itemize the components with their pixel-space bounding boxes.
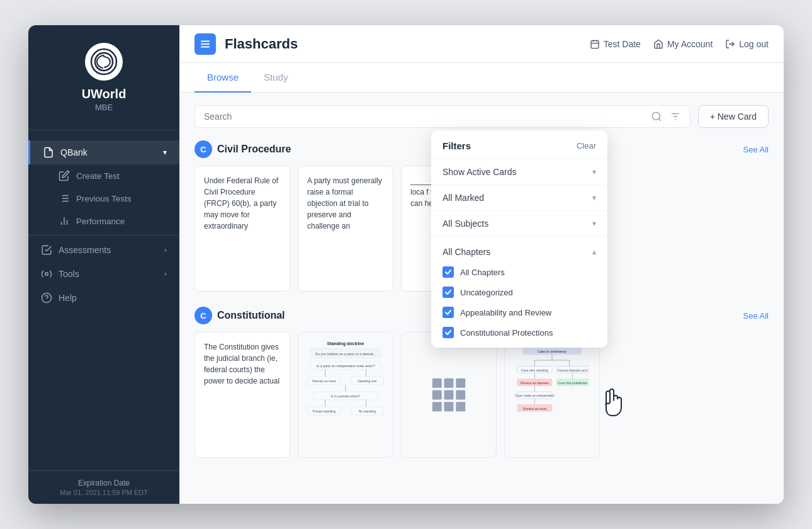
- svg-text:Dismiss as moot: Dismiss as moot: [312, 379, 336, 383]
- svg-text:Case who standing: Case who standing: [521, 368, 548, 372]
- create-test-label: Create Test: [76, 171, 120, 181]
- svg-text:Court has jurisdiction: Court has jurisdiction: [558, 380, 588, 384]
- chapter-all-label: All Chapters: [460, 268, 505, 277]
- sidebar-item-qbank[interactable]: QBank ▾: [28, 140, 179, 164]
- chapter-option-constitutional-prot[interactable]: Constitutional Protections: [431, 322, 607, 343]
- sidebar-item-tools[interactable]: Tools ›: [28, 262, 179, 286]
- svg-text:Case made as independent: Case made as independent: [515, 394, 555, 397]
- filter-all-chapters: All Chapters ▴ All Chapters: [431, 236, 607, 348]
- chapter-checkbox-appealability: [443, 307, 454, 318]
- show-active-chevron: ▾: [592, 168, 596, 176]
- file-icon: [43, 147, 54, 158]
- search-input[interactable]: [204, 111, 646, 122]
- section-civil-title: Civil Procedure: [217, 144, 465, 155]
- chapter-appealability-label: Appealability and Review: [460, 308, 551, 317]
- flashcard-cp1[interactable]: Under Federal Rule of Civil Procedure (F…: [195, 166, 290, 292]
- con-see-all[interactable]: See All: [743, 311, 769, 321]
- sidebar-logo: UWorld MBE: [28, 25, 179, 125]
- list-icon: [59, 193, 70, 204]
- sidebar-item-assessments[interactable]: Assessments ›: [28, 238, 179, 262]
- flashcard-con1-text: The Constitution gives the judicial bran…: [204, 341, 281, 387]
- flashcard-con2-diagram[interactable]: Standing doctrine Do you believe as a pa…: [298, 332, 393, 458]
- filter-all-subjects[interactable]: All Subjects ▾: [431, 210, 607, 236]
- svg-text:Standing met: Standing met: [358, 379, 377, 383]
- help-label: Help: [59, 293, 77, 303]
- flashcard-con3-grid[interactable]: [401, 332, 497, 458]
- svg-text:Is a party an independent stat: Is a party an independent state actor?: [316, 364, 375, 368]
- chapter-uncategorized-label: Uncategorized: [460, 288, 513, 297]
- log-out-label: Log out: [739, 39, 769, 49]
- my-account-link[interactable]: My Account: [653, 39, 713, 49]
- tab-browse[interactable]: Browse: [195, 63, 251, 93]
- filter-all-marked[interactable]: All Marked ▾: [431, 185, 607, 210]
- svg-point-10: [45, 273, 48, 276]
- tab-study[interactable]: Study: [251, 63, 300, 93]
- log-out-icon: [725, 39, 735, 49]
- sidebar-item-qbank-label: QBank: [60, 147, 87, 157]
- qbank-expand-icon: ▾: [163, 148, 167, 157]
- svg-text:Dismiss as ripeness: Dismiss as ripeness: [521, 380, 550, 384]
- svg-rect-60: [456, 378, 465, 388]
- chapter-checkbox-uncategorized: [443, 287, 454, 298]
- svg-text:Standing doctrine: Standing doctrine: [327, 341, 364, 346]
- test-date-link[interactable]: Test Date: [590, 39, 641, 49]
- svg-text:Case or controversy: Case or controversy: [538, 349, 567, 353]
- main-content: Flashcards Test Date My Account: [179, 25, 784, 504]
- new-card-button[interactable]: + New Card: [698, 105, 769, 128]
- my-account-label: My Account: [667, 39, 713, 49]
- check-square-icon: [41, 244, 52, 256]
- filter-show-active[interactable]: Show Active Cards ▾: [431, 159, 607, 185]
- filter-icon[interactable]: [670, 111, 681, 122]
- all-marked-label: All Marked: [443, 193, 484, 203]
- con-diagram-lines: Standing doctrine Do you believe as a pa…: [305, 337, 386, 453]
- svg-rect-58: [432, 378, 442, 388]
- sidebar-footer: Expiration Date Mar 01, 2021 11:59 PM ED…: [28, 470, 179, 504]
- chapter-option-appealability[interactable]: Appealability and Review: [431, 302, 607, 322]
- all-subjects-label: All Subjects: [443, 219, 488, 229]
- sidebar-nav: QBank ▾ Create Test Previous Tests: [28, 135, 179, 470]
- all-chapters-label: All Chapters: [443, 247, 490, 257]
- sidebar-item-help[interactable]: Help: [28, 286, 179, 310]
- tools-expand-icon: ›: [164, 270, 167, 278]
- brand-name: UWorld: [82, 87, 127, 101]
- new-card-label: + New Card: [710, 111, 757, 122]
- filter-title: Filters: [443, 140, 471, 151]
- sidebar-item-previous-tests[interactable]: Previous Tests: [28, 187, 179, 210]
- search-icon: [651, 111, 662, 122]
- logo-circle: [85, 43, 123, 81]
- log-out-link[interactable]: Log out: [725, 39, 769, 49]
- civil-see-all[interactable]: See All: [743, 145, 769, 154]
- svg-rect-64: [432, 402, 442, 411]
- constitutional-cards-row: The Constitution gives the judicial bran…: [195, 332, 769, 458]
- filter-panel: Filters Clear Show Active Cards ▾ All Ma…: [431, 130, 607, 348]
- chapter-option-uncategorized[interactable]: Uncategorized: [431, 282, 607, 302]
- section-con-title: Constitutional: [217, 310, 465, 321]
- hamburger-icon: [200, 38, 211, 50]
- menu-button[interactable]: [195, 33, 216, 55]
- chapter-checkbox-constitutional-prot: [443, 327, 454, 338]
- flashcard-con4-flow[interactable]: Justiciability and jurisdiction of feder…: [504, 332, 600, 458]
- svg-rect-59: [444, 378, 454, 388]
- sidebar-divider-2: [28, 235, 179, 236]
- help-circle-icon: [41, 292, 52, 304]
- chapter-option-all[interactable]: All Chapters: [431, 262, 607, 282]
- checkbox-check-icon-3: [444, 309, 452, 316]
- filter-clear-button[interactable]: Clear: [577, 141, 596, 151]
- section-civil-avatar: C: [195, 140, 212, 158]
- sidebar-item-performance[interactable]: Performance: [28, 210, 179, 232]
- chapter-constitutional-prot-label: Constitutional Protections: [460, 328, 553, 338]
- filter-chapters-header[interactable]: All Chapters ▴: [431, 239, 607, 262]
- svg-text:Do you believe as a party to a: Do you believe as a party to a lawsuit..…: [315, 351, 376, 355]
- grid-icon-svg: [430, 376, 468, 414]
- svg-line-22: [658, 118, 660, 120]
- sidebar-item-create-test[interactable]: Create Test: [28, 164, 179, 187]
- page-title: Flashcards: [225, 36, 590, 52]
- svg-rect-62: [444, 390, 454, 400]
- flashcard-con1[interactable]: The Constitution gives the judicial bran…: [195, 332, 290, 458]
- svg-text:Is it a private action?: Is it a private action?: [331, 394, 361, 398]
- flashcard-cp2[interactable]: A party must generally raise a formal ob…: [298, 166, 393, 292]
- svg-text:Private standing: Private standing: [313, 409, 336, 413]
- svg-point-21: [652, 112, 660, 120]
- search-input-wrap[interactable]: [195, 105, 691, 128]
- brand-subtitle: MBE: [95, 103, 113, 112]
